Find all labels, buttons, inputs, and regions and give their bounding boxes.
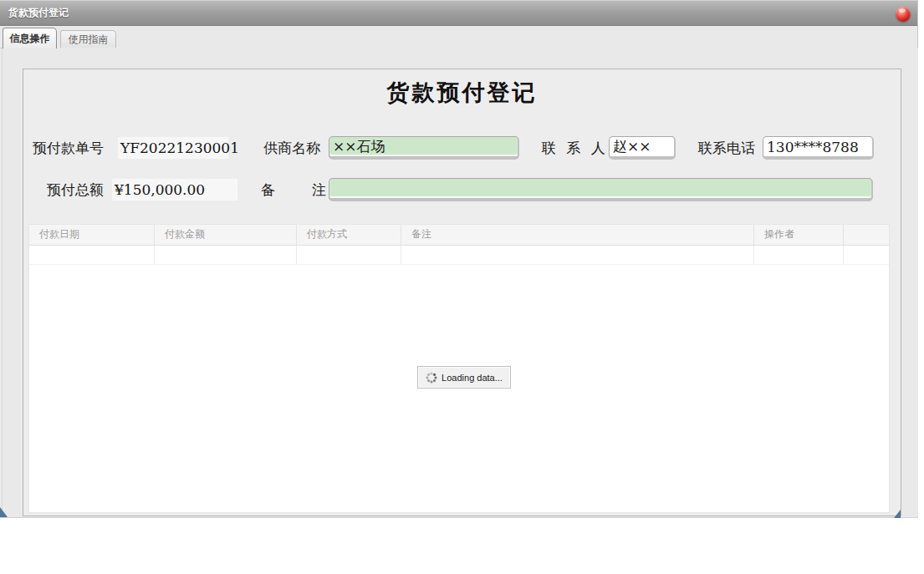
page-title: 货款预付登记 <box>23 78 901 108</box>
contact-input[interactable] <box>609 136 676 160</box>
col-header-pay-method[interactable]: 付款方式 <box>297 225 401 245</box>
table-header-row: 付款日期 付款金额 付款方式 备注 操作者 <box>29 225 889 246</box>
phone-input[interactable] <box>763 136 874 160</box>
supplier-label: 供商名称 <box>263 137 320 159</box>
tab-user-guide[interactable]: 使用指南 <box>60 30 116 48</box>
tab-label: 使用指南 <box>69 33 109 47</box>
tab-info-operation[interactable]: 信息操作 <box>3 28 57 48</box>
col-header-pay-amount[interactable]: 付款金额 <box>155 225 297 245</box>
col-header-remark[interactable]: 备注 <box>401 225 754 245</box>
order-no-value: YF20221230001 <box>118 137 228 159</box>
col-header-pay-date[interactable]: 付款日期 <box>29 225 155 245</box>
tab-label: 信息操作 <box>10 32 50 46</box>
corner-triangle-left-icon <box>0 507 8 517</box>
col-header-spacer <box>844 225 889 245</box>
loading-text: Loading data... <box>442 373 503 383</box>
total-label: 预付总额 <box>47 179 104 201</box>
order-no-label: 预付款单号 <box>33 137 104 159</box>
supplier-input[interactable] <box>329 136 519 160</box>
title-bar: 货款预付登记 <box>0 0 917 26</box>
app-window: 货款预付登记 信息操作 使用指南 货款预付登记 预付款单号 YF20221230… <box>0 0 918 518</box>
corner-triangle-right-icon <box>894 510 901 518</box>
loading-indicator: Loading data... <box>417 366 511 389</box>
total-value: ¥150,000.00 <box>112 179 237 201</box>
col-header-operator[interactable]: 操作者 <box>754 225 844 245</box>
window-title: 货款预付登记 <box>8 0 69 25</box>
remark-label: 备 注 <box>261 179 326 201</box>
phone-label: 联系电话 <box>698 137 755 159</box>
loading-spinner-icon <box>426 372 437 384</box>
contact-label: 联 系 人 <box>542 137 605 159</box>
tab-strip: 信息操作 使用指南 <box>0 25 917 48</box>
close-icon[interactable] <box>896 7 911 22</box>
form-panel: 货款预付登记 预付款单号 YF20221230001 供商名称 联 系 人 联系… <box>23 69 901 516</box>
remark-input[interactable] <box>329 178 873 201</box>
table-empty-row <box>29 246 889 265</box>
